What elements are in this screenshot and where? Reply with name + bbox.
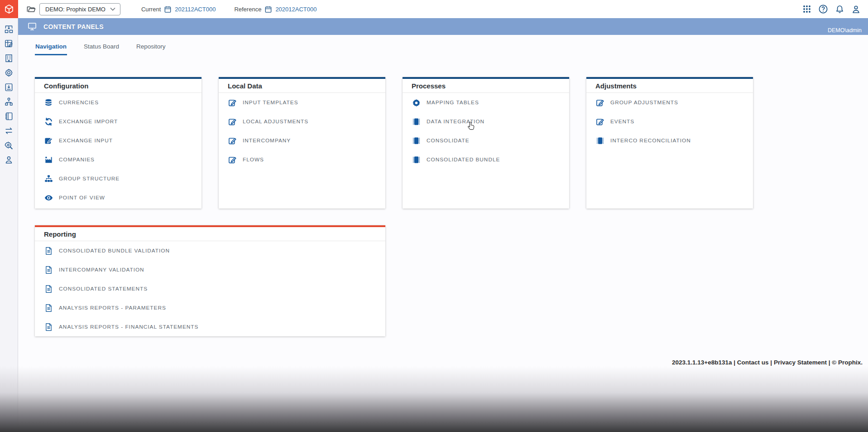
card-item-intercompany-validation[interactable]: INTERCOMPANY VALIDATION: [35, 260, 385, 279]
card-title: Adjustments: [586, 79, 753, 93]
notifications-bell-icon[interactable]: [834, 3, 845, 15]
sidebar-document-import-button[interactable]: [4, 82, 14, 92]
building-icon: [4, 53, 14, 63]
card-item-consolidate[interactable]: CONSOLIDATE: [403, 131, 569, 150]
tab-status-board[interactable]: Status Board: [83, 43, 120, 55]
sidebar-building-button[interactable]: [4, 53, 14, 63]
panel-card-processes: Processes MAPPING TABLES DATA INTEGRATIO…: [403, 77, 569, 209]
card-title: Configuration: [35, 79, 201, 93]
sidebar-process-gear-button[interactable]: [4, 68, 14, 78]
card-item-intercompany[interactable]: INTERCOMPANY: [219, 131, 385, 150]
process-gear-icon: [4, 68, 14, 78]
chip-icon: [412, 136, 421, 145]
workflow-icon: [4, 24, 14, 34]
logged-in-user: DEMO\admin: [828, 27, 862, 34]
contact-us-link[interactable]: Contact us: [737, 359, 769, 366]
edit-outline-icon: [595, 98, 604, 107]
top-bar: DEMO: Prophix DEMO Current 202112ACT000 …: [18, 0, 868, 18]
user-icon[interactable]: [850, 3, 862, 15]
coins-icon: [44, 98, 53, 107]
card-item-exchange-import[interactable]: EXCHANGE IMPORT: [35, 112, 201, 131]
current-period-link[interactable]: 202112ACT000: [175, 6, 216, 13]
app-window: DEMO: Prophix DEMO Current 202112ACT000 …: [0, 0, 868, 432]
card-item-flows[interactable]: FLOWS: [219, 150, 385, 169]
sidebar-template-edit-button[interactable]: [4, 39, 14, 49]
card-item-point-of-view[interactable]: POINT OF VIEW: [35, 188, 201, 207]
card-item-consolidated-bundle-validation[interactable]: CONSOLIDATED BUNDLE VALIDATION: [35, 241, 385, 260]
card-item-consolidated-bundle[interactable]: CONSOLIDATED BUNDLE: [403, 150, 569, 169]
card-title: Processes: [403, 79, 569, 93]
card-item-input-templates[interactable]: INPUT TEMPLATES: [219, 93, 385, 112]
exchange-icon: [4, 126, 14, 136]
sidebar-org-structure-button[interactable]: [4, 97, 14, 107]
card-item-data-integration[interactable]: DATA INTEGRATION: [403, 112, 569, 131]
edit-outline-icon: [228, 98, 237, 107]
workspace-selector-label: DEMO: Prophix DEMO: [45, 6, 106, 13]
file-lines-icon: [44, 322, 53, 331]
tab-navigation[interactable]: Navigation: [35, 43, 67, 55]
footer-separator: |: [829, 359, 830, 366]
calendar-icon: [264, 5, 272, 13]
card-item-analysis-reports-parameters[interactable]: ANALYSIS REPORTS - PARAMETERS: [35, 298, 385, 317]
card-item-exchange-input[interactable]: EXCHANGE INPUT: [35, 131, 201, 150]
chip-icon: [412, 117, 421, 126]
panel-card-adjustments: Adjustments GROUP ADJUSTMENTS EVENTS INT…: [586, 77, 753, 209]
edit-outline-icon: [228, 155, 237, 164]
card-item-currencies[interactable]: CURRENCIES: [35, 93, 201, 112]
file-lines-icon: [44, 303, 53, 312]
sitemap-icon: [44, 174, 53, 183]
tab-repository[interactable]: Repository: [136, 43, 166, 55]
prophix-logo-icon[interactable]: [0, 0, 18, 18]
chip-icon: [595, 136, 604, 145]
sidebar-workflow-button[interactable]: [4, 24, 14, 34]
card-item-mapping-tables[interactable]: MAPPING TABLES: [403, 93, 569, 112]
edit-outline-icon: [595, 117, 604, 126]
card-title: Reporting: [35, 227, 385, 241]
org-structure-icon: [4, 97, 14, 107]
current-label: Current: [141, 6, 161, 13]
page-header: CONTENT PANELS DEMO\admin: [18, 18, 868, 35]
footer: 2023.1.1.13+e8b131a | Contact us | Priva…: [672, 359, 863, 366]
folder-open-icon[interactable]: [26, 5, 36, 14]
sidebar-settings-button[interactable]: [4, 140, 14, 150]
card-item-local-adjustments[interactable]: LOCAL ADJUSTMENTS: [219, 112, 385, 131]
journal-icon: [4, 112, 14, 121]
monitor-icon: [27, 22, 37, 31]
sync-icon: [44, 117, 53, 126]
sidebar-exchange-button[interactable]: [4, 126, 14, 136]
current-period-group: Current 202112ACT000: [141, 5, 216, 13]
card-item-events[interactable]: EVENTS: [586, 112, 753, 131]
document-import-icon: [4, 83, 14, 92]
factory-icon: [44, 155, 53, 164]
template-edit-icon: [4, 39, 14, 49]
chip-icon: [412, 155, 421, 164]
card-item-companies[interactable]: COMPANIES: [35, 150, 201, 169]
reference-period-link[interactable]: 202012ACT000: [275, 6, 317, 13]
sidebar-journal-button[interactable]: [4, 111, 14, 121]
chevron-down-icon: [110, 7, 115, 11]
apps-grid-icon[interactable]: [801, 3, 813, 15]
help-icon[interactable]: [817, 3, 829, 15]
card-title: Local Data: [219, 79, 385, 93]
tab-bar: NavigationStatus BoardRepository: [35, 43, 166, 55]
page-title: CONTENT PANELS: [43, 23, 104, 30]
sidebar: [0, 18, 18, 432]
bottom-fade: [0, 366, 868, 432]
card-item-consolidated-statements[interactable]: CONSOLIDATED STATEMENTS: [35, 279, 385, 298]
footer-separator: |: [734, 359, 735, 366]
mouse-cursor-icon: [465, 121, 476, 132]
card-item-group-adjustments[interactable]: GROUP ADJUSTMENTS: [586, 93, 753, 112]
edit-outline-icon: [228, 136, 237, 145]
sidebar-user-button[interactable]: [4, 155, 14, 165]
card-item-analysis-reports-financial-statements[interactable]: ANALYSIS REPORTS - FINANCIAL STATEMENTS: [35, 317, 385, 336]
file-lines-icon: [44, 265, 53, 274]
edit-outline-icon: [228, 117, 237, 126]
footer-version: 2023.1.1.13+e8b131a: [672, 359, 732, 366]
user-icon: [4, 155, 14, 165]
workspace-selector[interactable]: DEMO: Prophix DEMO: [39, 3, 120, 15]
card-item-interco-reconciliation[interactable]: INTERCO RECONCILIATION: [586, 131, 753, 150]
gear-icon: [412, 98, 421, 107]
card-item-group-structure[interactable]: GROUP STRUCTURE: [35, 169, 201, 188]
privacy-statement-link[interactable]: Privacy Statement: [774, 359, 827, 366]
reference-period-group: Reference 202012ACT000: [234, 5, 317, 13]
